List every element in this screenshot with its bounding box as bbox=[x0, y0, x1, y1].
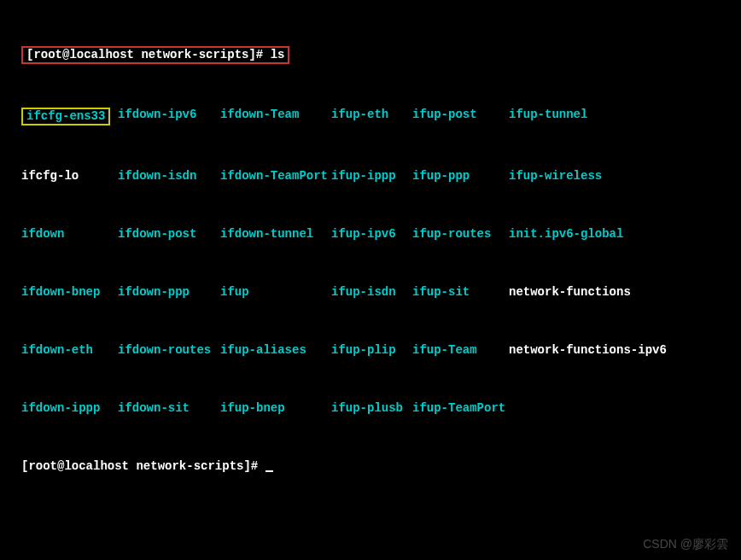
file-item: ifcfg-lo bbox=[21, 169, 118, 184]
file-item: ifdown-TeamPort bbox=[220, 169, 331, 184]
file-item: ifdown-isdn bbox=[118, 169, 220, 184]
file-item: ifup-post bbox=[412, 108, 509, 125]
file-item: ifdown-sit bbox=[118, 401, 220, 416]
prompt-line-1: [root@localhost network-scripts]# ls bbox=[21, 46, 720, 64]
ls-output-row: ifcfg-ens33 ifdown-ipv6 ifdown-Team ifup… bbox=[21, 108, 720, 125]
ls-output-row: ifdown ifdown-post ifdown-tunnel ifup-ip… bbox=[21, 227, 720, 242]
cursor-icon bbox=[265, 470, 273, 472]
file-item: ifup-aliases bbox=[220, 343, 331, 358]
file-item: network-functions bbox=[509, 285, 680, 300]
file-item: ifdown-routes bbox=[118, 343, 220, 358]
ls-output-row: ifdown-bnep ifdown-ppp ifup ifup-isdn if… bbox=[21, 285, 720, 300]
file-item: ifup-ippp bbox=[331, 169, 412, 184]
file-item: ifup-ipv6 bbox=[331, 227, 412, 242]
file-item: init.ipv6-global bbox=[509, 227, 680, 242]
file-item: ifup-wireless bbox=[509, 169, 680, 184]
file-item: ifdown-ippp bbox=[21, 401, 118, 416]
terminal[interactable]: [root@localhost network-scripts]# ls ifc… bbox=[0, 0, 741, 505]
ls-output-row: ifcfg-lo ifdown-isdn ifdown-TeamPort ifu… bbox=[21, 169, 720, 184]
file-item: ifdown-bnep bbox=[21, 285, 118, 300]
file-item: ifup-plusb bbox=[331, 401, 412, 416]
ls-output-row: ifdown-ippp ifdown-sit ifup-bnep ifup-pl… bbox=[21, 401, 720, 416]
file-item: ifdown-post bbox=[118, 227, 220, 242]
file-item: network-functions-ipv6 bbox=[509, 343, 680, 358]
watermark: CSDN @廖彩雲 bbox=[643, 537, 728, 551]
file-item: ifup-Team bbox=[412, 343, 509, 358]
ls-output-row: ifdown-eth ifdown-routes ifup-aliases if… bbox=[21, 343, 720, 358]
file-item: ifdown-ppp bbox=[118, 285, 220, 300]
prompt-highlight-red: [root@localhost network-scripts]# ls bbox=[21, 46, 289, 64]
file-item: ifup-eth bbox=[331, 108, 412, 125]
file-item: ifup bbox=[220, 285, 331, 300]
file-item: ifdown-eth bbox=[21, 343, 118, 358]
file-highlighted: ifcfg-ens33 bbox=[21, 108, 110, 125]
file-item: ifdown bbox=[21, 227, 118, 242]
file-item: ifdown-tunnel bbox=[220, 227, 331, 242]
file-item: ifup-bnep bbox=[220, 401, 331, 416]
file-item: ifup-ppp bbox=[412, 169, 509, 184]
file-item: ifup-routes bbox=[412, 227, 509, 242]
file-item: ifup-isdn bbox=[331, 285, 412, 300]
file-item: ifdown-Team bbox=[220, 108, 331, 125]
file-item: ifup-sit bbox=[412, 285, 509, 300]
file-item: ifup-tunnel bbox=[509, 108, 680, 125]
file-item: ifdown-ipv6 bbox=[118, 108, 220, 125]
file-item: ifup-plip bbox=[331, 343, 412, 358]
prompt-line-2: [root@localhost network-scripts]# bbox=[21, 459, 720, 474]
file-item: ifup-TeamPort bbox=[412, 401, 509, 416]
file-item bbox=[509, 401, 680, 416]
